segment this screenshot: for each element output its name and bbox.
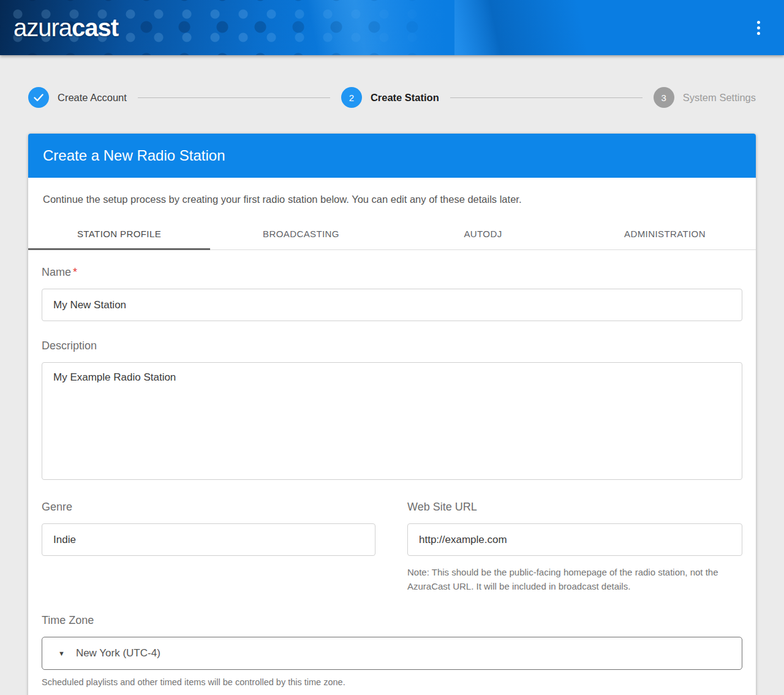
create-station-card: Create a New Radio Station Continue the … (28, 134, 756, 695)
timezone-select[interactable]: ▼ New York (UTC-4) (42, 637, 742, 670)
tab-administration[interactable]: ADMINISTRATION (574, 218, 756, 249)
check-icon (28, 87, 49, 108)
step-number-badge: 2 (341, 87, 362, 108)
step-create-account[interactable]: Create Account (28, 87, 127, 108)
active-tab-indicator (28, 248, 210, 250)
genre-field-group: Genre (42, 501, 375, 593)
station-profile-form: Name* Description My Example Radio Stati… (28, 250, 756, 695)
logo-text-cast: cast (72, 14, 118, 41)
name-label: Name* (42, 266, 742, 279)
website-label: Web Site URL (407, 501, 742, 514)
azuracast-logo: azuracast (13, 14, 118, 42)
app-header: azuracast (0, 0, 784, 55)
timezone-field-group: Time Zone ▼ New York (UTC-4) Scheduled p… (42, 614, 742, 687)
timezone-selected-value: New York (UTC-4) (76, 647, 160, 659)
tab-station-profile[interactable]: STATION PROFILE (28, 218, 210, 249)
name-input[interactable] (42, 289, 742, 321)
timezone-label: Time Zone (42, 614, 742, 627)
logo-text-azura: azura (13, 14, 72, 41)
required-asterisk: * (73, 266, 77, 278)
tab-autodj[interactable]: AUTODJ (392, 218, 574, 249)
setup-stepper: Create Account 2 Create Station 3 System… (28, 85, 756, 110)
description-label: Description (42, 340, 742, 352)
tab-broadcasting[interactable]: BROADCASTING (210, 218, 392, 249)
website-field-group: Web Site URL Note: This should be the pu… (407, 501, 742, 593)
genre-input[interactable] (42, 523, 375, 556)
name-field-group: Name* (42, 266, 742, 321)
step-system-settings[interactable]: 3 System Settings (654, 87, 756, 108)
stepper-connector (450, 97, 643, 98)
timezone-help-text: Scheduled playlists and other timed item… (42, 677, 742, 687)
genre-website-row: Genre Web Site URL Note: This should be … (42, 501, 742, 593)
step-label: Create Account (58, 92, 127, 104)
genre-label: Genre (42, 501, 375, 514)
card-title: Create a New Radio Station (28, 134, 756, 178)
kebab-menu-icon[interactable] (750, 19, 767, 36)
description-textarea[interactable]: My Example Radio Station (42, 362, 742, 480)
website-note: Note: This should be the public-facing h… (407, 566, 742, 593)
website-input[interactable] (407, 523, 742, 556)
step-label: Create Station (371, 92, 439, 104)
step-label: System Settings (683, 92, 756, 104)
description-field-group: Description My Example Radio Station (42, 340, 742, 482)
chevron-down-icon: ▼ (58, 650, 65, 657)
card-intro-text: Continue the setup process by creating y… (28, 178, 756, 218)
step-number-badge: 3 (654, 87, 674, 108)
page-main: Create Account 2 Create Station 3 System… (0, 55, 784, 695)
station-tabs: STATION PROFILE BROADCASTING AUTODJ ADMI… (28, 218, 756, 250)
stepper-connector (138, 97, 330, 98)
step-create-station[interactable]: 2 Create Station (341, 87, 439, 108)
